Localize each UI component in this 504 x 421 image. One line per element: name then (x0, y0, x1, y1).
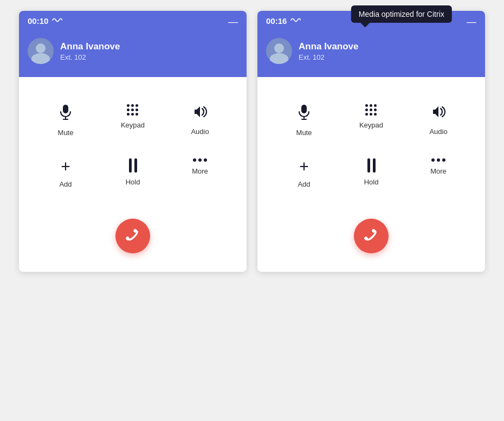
mic-icon-1 (59, 104, 72, 123)
hold-icon-2 (367, 158, 376, 173)
minimize-button-1[interactable]: — (228, 16, 238, 28)
keypad-label-2: Keypad (359, 121, 383, 129)
timer-display-1: 00:10 (28, 16, 48, 25)
call-window-1: 00:10 — Anna Ivanove Ext. 102 (19, 11, 247, 272)
more-button-1[interactable]: More (166, 148, 234, 199)
add-icon-2: + (299, 158, 309, 175)
caller-name-2: Anna Ivanove (299, 41, 359, 52)
speaker-icon-2 (431, 104, 446, 122)
call-body-1: Mute Keypad (19, 77, 247, 272)
call-window-2: Media optimized for Citrix 00:16 — Anna … (257, 11, 485, 272)
add-button-1[interactable]: + Add (32, 148, 99, 199)
keypad-icon-2 (365, 104, 378, 116)
svg-rect-0 (63, 105, 68, 113)
more-icon-2 (431, 158, 445, 162)
add-icon-1: + (61, 158, 70, 175)
audio-button-1[interactable]: Audio (166, 93, 234, 148)
add-label-1: Add (59, 180, 72, 188)
hangup-icon-2 (361, 226, 382, 246)
call-body-2: Mute Keypad (257, 77, 485, 272)
speaker-icon-1 (192, 104, 208, 122)
mute-label-1: Mute (58, 129, 74, 137)
keypad-button-2[interactable]: Keypad (338, 93, 405, 148)
hold-label-2: Hold (364, 178, 379, 186)
audio-label-1: Audio (191, 127, 209, 136)
caller-details-1: Anna Ivanove Ext. 102 (60, 41, 120, 61)
mic-icon-2 (298, 104, 311, 123)
mute-label-2: Mute (296, 129, 312, 137)
hangup-area-2 (270, 210, 472, 259)
tooltip-2: Media optimized for Citrix (351, 5, 452, 23)
hold-icon-1 (129, 158, 137, 173)
wave-icon-1 (51, 16, 62, 25)
more-button-2[interactable]: More (405, 148, 472, 199)
more-icon-1 (193, 158, 207, 162)
avatar-1 (28, 38, 54, 64)
call-timer-1: 00:10 (28, 16, 62, 25)
mute-button-1[interactable]: Mute (32, 93, 99, 148)
caller-details-2: Anna Ivanove Ext. 102 (299, 41, 359, 61)
timer-display-2: 00:16 (266, 16, 287, 25)
add-button-2[interactable]: + Add (270, 148, 338, 199)
audio-label-2: Audio (429, 127, 447, 136)
add-label-2: Add (298, 180, 310, 188)
hold-button-1[interactable]: Hold (99, 148, 166, 199)
caller-ext-2: Ext. 102 (299, 53, 359, 61)
hangup-button-2[interactable] (354, 219, 389, 253)
hold-button-2[interactable]: Hold (338, 148, 405, 199)
controls-grid-1: Mute Keypad (32, 93, 234, 199)
call-info-1: Anna Ivanove Ext. 102 (28, 38, 238, 69)
caller-ext-1: Ext. 102 (60, 53, 120, 61)
svg-rect-5 (301, 105, 307, 113)
keypad-button-1[interactable]: Keypad (99, 93, 166, 148)
audio-button-2[interactable]: Audio (405, 93, 472, 148)
hangup-icon-1 (123, 226, 143, 246)
caller-name-1: Anna Ivanove (60, 41, 120, 52)
keypad-icon-1 (127, 104, 139, 116)
minimize-button-2[interactable]: — (467, 16, 476, 28)
more-label-1: More (192, 167, 208, 175)
keypad-label-1: Keypad (121, 121, 145, 129)
hold-label-1: Hold (126, 178, 140, 186)
call-info-2: Anna Ivanove Ext. 102 (266, 38, 476, 69)
hangup-button-1[interactable] (115, 219, 150, 253)
avatar-2 (266, 38, 292, 64)
more-label-2: More (430, 167, 447, 175)
wave-icon-2 (290, 16, 301, 25)
call-header-1: 00:10 — Anna Ivanove Ext. 102 (19, 11, 247, 77)
hangup-area-1 (32, 210, 234, 259)
call-timer-2: 00:16 (266, 16, 301, 25)
mute-button-2[interactable]: Mute (270, 93, 338, 148)
controls-grid-2: Mute Keypad (270, 93, 472, 199)
